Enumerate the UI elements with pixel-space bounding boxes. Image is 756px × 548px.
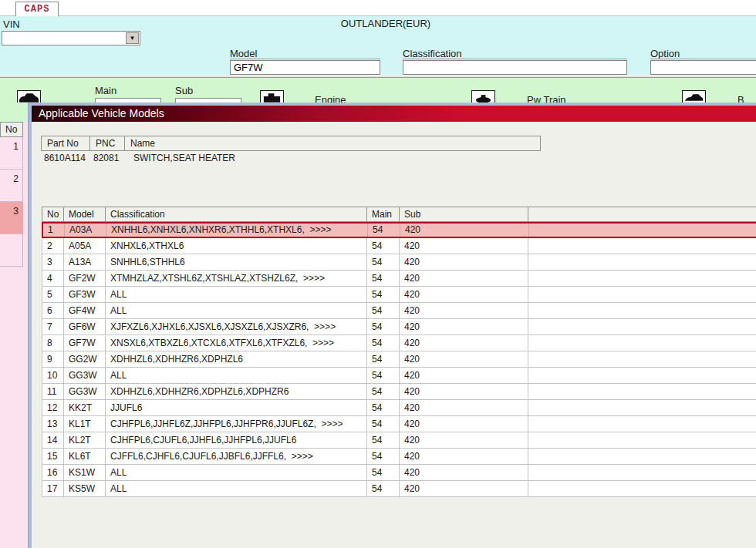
part-table-header: Part No PNC Name bbox=[41, 136, 541, 151]
cell-no: 4 bbox=[42, 271, 64, 287]
cell-no: 16 bbox=[42, 465, 64, 481]
vin-label: VIN bbox=[3, 18, 20, 30]
option-rule bbox=[650, 59, 756, 59]
cell-classification: ALL bbox=[106, 481, 367, 497]
tab-strip: CAPS bbox=[0, 0, 756, 16]
part-table-row: 8610A114 82081 SWITCH,SEAT HEATER bbox=[41, 151, 541, 165]
cell-main: 54 bbox=[367, 416, 400, 432]
table-row[interactable]: 5 GF3W ALL 54 420 bbox=[42, 287, 756, 303]
cell-sub: 420 bbox=[400, 368, 528, 384]
table-row[interactable]: 2 A05A XNHXL6,XTHXL6 54 420 bbox=[42, 238, 756, 254]
car-body-icon bbox=[683, 92, 705, 103]
table-row[interactable]: 15 KL6T CJFFL6,CJHFL6,CJUFL6,JJBFL6,JJFF… bbox=[42, 449, 756, 465]
cell-extra bbox=[528, 432, 756, 449]
table-row[interactable]: 9 GG2W XDHHZL6,XDHHZR6,XDPHZL6 54 420 bbox=[42, 351, 756, 368]
cell-main: 54 bbox=[367, 481, 400, 497]
cell-model: GF4W bbox=[64, 303, 106, 319]
pwtrain-button[interactable] bbox=[471, 90, 495, 103]
model-table-header: No Model Classification Main Sub bbox=[42, 207, 756, 222]
table-row[interactable]: 4 GF2W XTMHZLAZ,XTSHL6Z,XTSHLAZ,XTSHZL6Z… bbox=[42, 271, 756, 287]
header-area: VIN OUTLANDER(EUR) ▼ Model Classificatio… bbox=[0, 16, 756, 75]
cell-model: KK2T bbox=[64, 400, 106, 416]
table-row[interactable]: 10 GG3W ALL 54 420 bbox=[42, 368, 756, 384]
table-row[interactable]: 17 KS5W ALL 54 420 bbox=[42, 481, 756, 497]
cell-model: KL2T bbox=[64, 432, 106, 449]
classification-rule bbox=[403, 59, 627, 59]
cell-model: KL6T bbox=[64, 449, 106, 465]
cell-extra bbox=[528, 465, 756, 481]
engine-button[interactable] bbox=[260, 90, 284, 103]
cell-classification: ALL bbox=[106, 465, 367, 481]
applicable-vehicle-models-dialog: Applicable Vehicle Models Part No PNC Na… bbox=[28, 103, 756, 548]
parts-list-no-header: No bbox=[0, 122, 23, 137]
table-row[interactable]: 8 GF7W XNSXL6,XTBXZL6,XTCXL6,XTFXL6,XTFX… bbox=[42, 335, 756, 351]
cell-extra bbox=[528, 303, 756, 319]
cell-classification: XNHHL6,XNHXL6,XNHXR6,XTHHL6,XTHXL6, >>>> bbox=[106, 224, 368, 237]
model-rule bbox=[230, 59, 380, 59]
cell-classification: XNSXL6,XTBXZL6,XTCXL6,XTFXL6,XTFXZL6, >>… bbox=[106, 335, 367, 351]
body-button[interactable] bbox=[682, 90, 706, 103]
table-row[interactable]: 16 KS1W ALL 54 420 bbox=[42, 465, 756, 481]
classification-field[interactable] bbox=[403, 60, 627, 75]
cell-no: 3 bbox=[42, 254, 64, 271]
table-row[interactable]: 11 GG3W XDHHZL6,XDHHZR6,XDPHZL6,XDPHZR6 … bbox=[42, 384, 756, 400]
list-item-no: 2 bbox=[13, 173, 19, 184]
cell-model: KL1T bbox=[64, 416, 106, 432]
col-main: Main bbox=[367, 207, 400, 222]
parts-list-panel: No 1 2 3 bbox=[0, 103, 28, 548]
table-row[interactable]: 12 KK2T JJUFL6 54 420 bbox=[42, 400, 756, 416]
table-row[interactable]: 3 A13A SNHHL6,STHHL6 54 420 bbox=[42, 254, 756, 271]
cell-no: 5 bbox=[42, 287, 64, 303]
cell-classification: JJUFL6 bbox=[106, 400, 367, 416]
cell-model: KS1W bbox=[64, 465, 106, 481]
cell-no: 15 bbox=[42, 449, 64, 465]
chevron-down-icon[interactable]: ▼ bbox=[126, 32, 139, 44]
cell-sub: 420 bbox=[400, 238, 528, 254]
list-item[interactable] bbox=[0, 234, 22, 267]
cell-main: 54 bbox=[367, 238, 400, 254]
sub-label: Sub bbox=[175, 85, 193, 96]
cell-sub: 420 bbox=[400, 271, 528, 287]
cell-main: 54 bbox=[367, 319, 400, 335]
table-row[interactable]: 14 KL2T CJHFPL6,CJUFL6,JJHFL6,JJHFPL6,JJ… bbox=[42, 432, 756, 449]
cell-main: 54 bbox=[367, 287, 400, 303]
cell-no: 6 bbox=[42, 303, 64, 319]
tab-caps[interactable]: CAPS bbox=[15, 2, 59, 16]
table-row[interactable]: 1 A03A XNHHL6,XNHXL6,XNHXR6,XTHHL6,XTHXL… bbox=[42, 222, 756, 238]
cell-main: 54 bbox=[368, 224, 400, 237]
dialog-titlebar[interactable]: Applicable Vehicle Models bbox=[32, 106, 756, 122]
list-item[interactable]: 1 bbox=[0, 137, 22, 170]
cell-main: 54 bbox=[367, 254, 400, 271]
toolbar: Main Sub Engine Pw Train B bbox=[0, 78, 756, 103]
cell-classification: ALL bbox=[106, 368, 367, 384]
model-field[interactable] bbox=[230, 60, 380, 75]
name-header: Name bbox=[125, 136, 540, 150]
col-model: Model bbox=[64, 207, 106, 222]
part-no-header: Part No bbox=[42, 136, 90, 150]
cell-main: 54 bbox=[367, 271, 400, 287]
table-row[interactable]: 7 GF6W XJFXZL6,XJHXL6,XJSXL6,XJSXZL6,XJS… bbox=[42, 319, 756, 335]
col-sub: Sub bbox=[400, 207, 528, 222]
option-label: Option bbox=[650, 48, 680, 59]
cell-no: 9 bbox=[42, 351, 64, 368]
left-panel-rows: 1 2 3 bbox=[0, 137, 23, 267]
part-no-value: 8610A114 bbox=[41, 151, 89, 165]
cell-extra bbox=[528, 416, 756, 432]
engine-icon bbox=[261, 92, 283, 103]
classification-label: Classification bbox=[403, 48, 462, 59]
table-row[interactable]: 13 KL1T CJHFPL6,JJHFL6Z,JJHFPL6,JJHFPR6,… bbox=[42, 416, 756, 432]
cell-classification: ALL bbox=[106, 303, 367, 319]
cell-classification: SNHHL6,STHHL6 bbox=[106, 254, 367, 271]
list-item[interactable]: 2 bbox=[0, 170, 22, 202]
cell-sub: 420 bbox=[400, 254, 528, 271]
option-field[interactable] bbox=[650, 60, 756, 75]
table-row[interactable]: 6 GF4W ALL 54 420 bbox=[42, 303, 756, 319]
cell-classification: XJFXZL6,XJHXL6,XJSXL6,XJSXZL6,XJSXZR6, >… bbox=[106, 319, 367, 335]
cell-main: 54 bbox=[367, 335, 400, 351]
pnc-value: 82081 bbox=[89, 151, 124, 165]
cell-model: A03A bbox=[65, 224, 106, 237]
list-item[interactable]: 3 bbox=[0, 202, 22, 234]
vin-combobox[interactable]: ▼ bbox=[2, 31, 140, 45]
vehicle-button[interactable] bbox=[17, 90, 41, 103]
cell-extra bbox=[528, 271, 756, 287]
